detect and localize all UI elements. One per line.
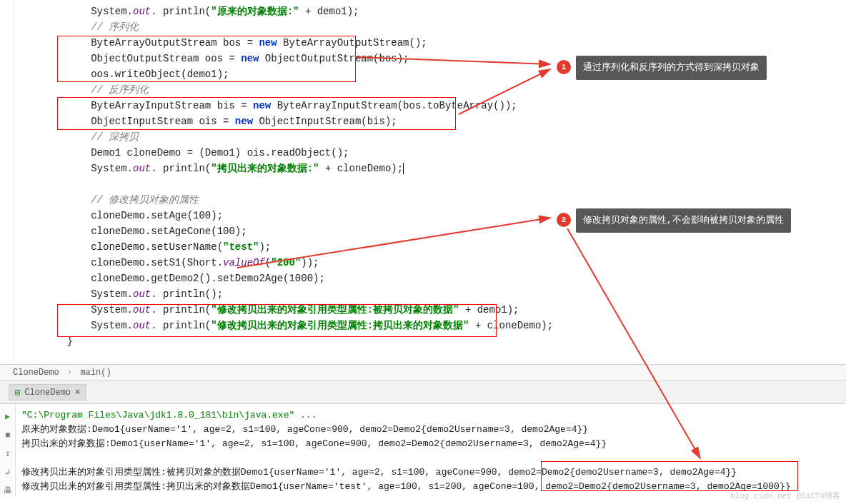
code-line[interactable]: Demo1 cloneDemo = (Demo1) ois.readObject… [43,145,846,161]
annotation-number-2: 2 [557,213,571,227]
code-line[interactable]: System.out. println(); [43,286,846,302]
breadcrumb-method[interactable]: main() [80,368,111,378]
code-line[interactable]: cloneDemo.getDemo2().setDemo2Age(1000); [43,271,846,286]
code-line[interactable]: System.out. println("修改拷贝出来的对象引用类型属性:拷贝出… [43,318,846,333]
breadcrumb-class[interactable]: CloneDemo [13,368,59,378]
code-line[interactable]: System.out. println("修改拷贝出来的对象引用类型属性:被拷贝… [43,302,846,318]
wrap-icon[interactable]: ↲ [5,465,10,480]
code-line[interactable]: System.out. println("原来的对象数据:" + demo1); [43,4,846,19]
console-output[interactable]: ▶ ■ ↧ ↲ 🖶 "C:\Program Files\Java\jdk1.8.… [0,404,846,497]
console-line: 修改拷贝出来的对象引用类型属性:拷贝出来的对象数据Demo1{userName=… [21,480,846,494]
annotation-number-1: 1 [557,60,571,74]
annotation-2: 修改拷贝对象的属性,不会影响被拷贝对象的属性 [576,208,791,233]
code-line[interactable]: ByteArrayOutputStream bos = new ByteArra… [43,35,846,51]
chevron-right-icon: › [67,368,72,378]
console-line: 原来的对象数据:Demo1{userName='1', age=2, s1=10… [21,423,846,437]
console-line: 拷贝出来的对象数据:Demo1{userName='1', age=2, s1=… [21,437,846,451]
console-toolbar: ▶ ■ ↧ ↲ 🖶 [0,404,16,497]
code-line[interactable]: ByteArrayInputStream bis = new ByteArray… [43,98,846,114]
scroll-icon[interactable]: ↧ [5,447,10,461]
code-line[interactable] [43,176,846,192]
breadcrumb: CloneDemo › main() [0,364,846,380]
code-line[interactable]: // 修改拷贝对象的属性 [43,192,846,208]
close-icon[interactable]: × [75,388,80,398]
code-line[interactable]: System.out. println("拷贝出来的对象数据:" + clone… [43,161,846,176]
code-line[interactable]: // 序列化 [43,19,846,35]
console-line: "C:\Program Files\Java\jdk1.8.0_181\bin\… [21,408,846,423]
print-icon[interactable]: 🖶 [4,484,12,498]
editor-gutter [0,0,14,364]
console-line: 修改拷贝出来的对象引用类型属性:被拷贝对象的数据Demo1{userName='… [21,465,846,480]
rerun-icon[interactable]: ▶ [5,410,10,424]
code-editor[interactable]: System.out. println("原来的对象数据:" + demo1);… [0,0,846,364]
watermark: blog.csdn.net @51CTO博客 [730,490,840,501]
annotation-1: 通过序列化和反序列的方式得到深拷贝对象 [576,56,767,80]
run-config-icon: ▤ [15,387,20,398]
code-line[interactable]: ObjectInputStream ois = new ObjectInputS… [43,114,846,129]
console-line [21,451,846,465]
code-line[interactable]: // 反序列化 [43,82,846,98]
code-line[interactable]: } [43,333,846,349]
run-tab-clonedemo[interactable]: ▤ CloneDemo × [9,384,86,400]
code-line[interactable]: // 深拷贝 [43,129,846,145]
code-line[interactable]: cloneDemo.setS1(Short.valueOf("200")); [43,255,846,271]
stop-icon[interactable]: ■ [5,428,10,443]
run-tool-tabs: ▤ CloneDemo × [0,380,846,404]
code-line[interactable]: cloneDemo.setUserName("test"); [43,239,846,255]
